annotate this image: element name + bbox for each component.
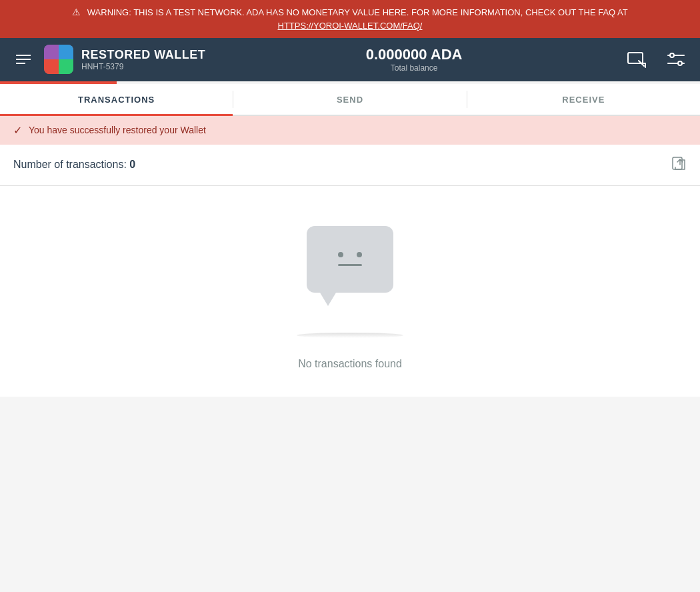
face-left-eye — [338, 252, 343, 257]
face-mouth — [338, 264, 362, 266]
success-message: You have successfully restored your Wall… — [29, 125, 206, 135]
empty-message: No transactions found — [298, 358, 402, 370]
tab-receive[interactable]: RECEIVE — [467, 85, 700, 116]
face-right-eye — [357, 252, 362, 257]
layers-icon — [13, 52, 33, 67]
warning-link[interactable]: HTTPS://YOROI-WALLET.COM/FAQ/ — [278, 21, 423, 31]
svg-point-4 — [678, 61, 682, 65]
settings-icon — [665, 49, 687, 70]
export-icon — [671, 155, 687, 171]
checkmark-icon: ✓ — [13, 124, 22, 137]
wallet-info: RESTORED WALLET HNHT-5379 — [81, 48, 205, 71]
success-banner: ✓ You have successfully restored your Wa… — [0, 116, 700, 145]
tab-send[interactable]: SEND — [233, 85, 466, 116]
wallet-name: RESTORED WALLET — [81, 48, 205, 62]
warning-text: WARNING: THIS IS A TEST NETWORK. ADA HAS… — [87, 7, 628, 17]
header-right — [623, 45, 689, 74]
balance-label: Total balance — [205, 63, 623, 73]
tab-transactions[interactable]: TRANSACTIONS — [0, 85, 233, 116]
warning-icon: ⚠ — [72, 5, 81, 19]
tabs: TRANSACTIONS SEND RECEIVE — [0, 84, 700, 116]
illustration-shadow — [297, 333, 403, 338]
send-receive-icon — [625, 47, 649, 71]
empty-illustration — [307, 226, 393, 293]
empty-state: No transactions found — [0, 186, 700, 397]
export-button[interactable] — [671, 155, 687, 175]
sad-face — [338, 252, 362, 266]
transaction-count: Number of transactions: 0 — [13, 159, 135, 171]
wallet-avatar — [44, 45, 73, 74]
face-eyes — [338, 252, 362, 257]
header: RESTORED WALLET HNHT-5379 0.000000 ADA T… — [0, 38, 700, 81]
transactions-header: Number of transactions: 0 — [0, 145, 700, 186]
svg-point-2 — [670, 53, 674, 57]
warning-banner: ⚠ WARNING: THIS IS A TEST NETWORK. ADA H… — [0, 0, 700, 38]
settings-button[interactable] — [663, 46, 689, 73]
svg-rect-5 — [673, 157, 682, 169]
balance-amount: 0.000000 ADA — [205, 46, 623, 63]
speech-bubble — [307, 226, 393, 293]
menu-button[interactable] — [11, 49, 36, 69]
wallet-id: HNHT-5379 — [81, 62, 205, 71]
header-left: RESTORED WALLET HNHT-5379 — [11, 45, 205, 74]
header-center: 0.000000 ADA Total balance — [205, 46, 623, 73]
send-receive-button[interactable] — [623, 45, 652, 74]
